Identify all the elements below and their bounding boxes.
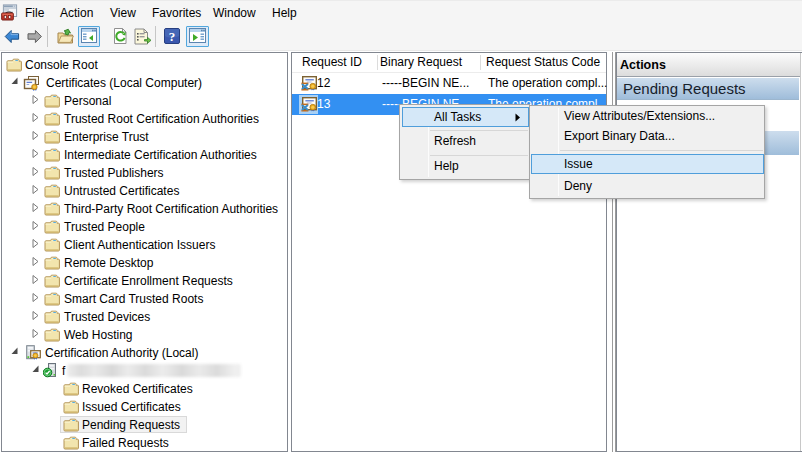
- svg-text:?: ?: [169, 29, 176, 44]
